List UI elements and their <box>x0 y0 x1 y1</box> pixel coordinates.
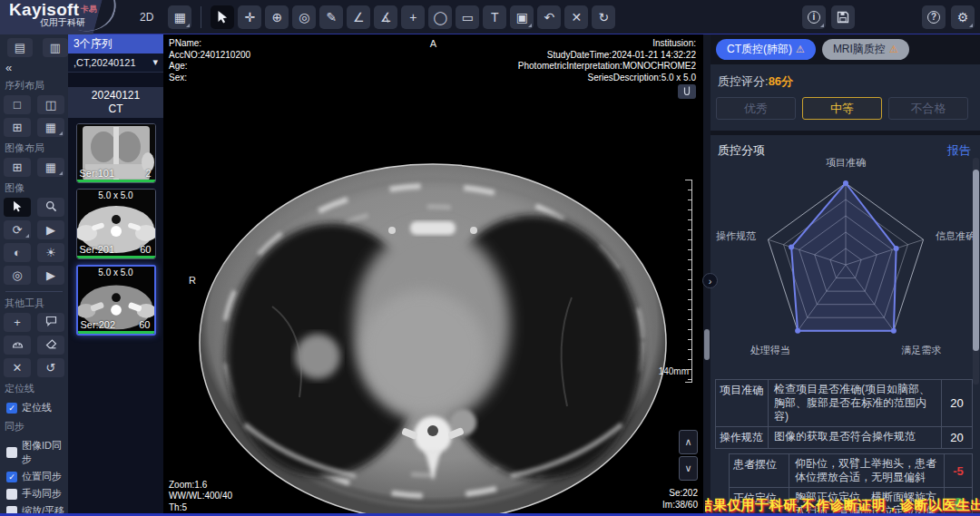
ellipse-roi-tool-button[interactable]: ◯ <box>428 5 452 29</box>
layout-3x3-button[interactable]: ▦ <box>37 118 64 137</box>
reset-view-button[interactable]: ↻ <box>592 5 615 29</box>
flip-icon: ▶ <box>46 223 55 237</box>
panel-scrollbar-thumb[interactable] <box>973 170 979 351</box>
tab-ct-lung-qc[interactable]: CT质控(肺部) ⚠ <box>716 39 816 60</box>
scroll-up-button[interactable]: ∧ <box>679 430 698 454</box>
thumbnail-series-201[interactable]: 5.0 x 5.0 Ser:201 60 <box>76 189 156 259</box>
study-info-overlay: Institusion: StudyDateTime:2024-01-21 14… <box>518 38 696 83</box>
layout-2x2-button[interactable]: ⊞ <box>4 118 31 137</box>
load-progress-bar <box>77 180 155 182</box>
save-button[interactable] <box>831 5 855 29</box>
series-description: 5.0 x 5.0 <box>78 268 154 277</box>
help-button[interactable]: ? <box>922 5 946 29</box>
contrast-icon: ◐ <box>14 246 21 259</box>
zoom-in-tool-button[interactable]: ⊕ <box>265 5 289 29</box>
cine-play-button[interactable]: ▶ <box>37 266 64 285</box>
research-only-note: 仅用于科研 <box>40 16 136 29</box>
image-count: 60 <box>139 319 150 330</box>
panel-toggle-button[interactable]: ▥ <box>43 38 68 57</box>
delete-annotation-button[interactable]: ✕ <box>564 5 588 29</box>
brightness-tool-button[interactable]: ☀ <box>37 243 64 262</box>
checkbox-checked-icon: ✓ <box>6 472 17 482</box>
tab-mri-brain-qc[interactable]: MRI脑质控 ⚠ <box>822 39 909 60</box>
ct-axial-image <box>163 34 703 516</box>
reset-icon: ↻ <box>598 10 609 24</box>
point-marker-tool-button[interactable]: + <box>401 5 425 29</box>
series-image-overlay: Se:202 Im:38/60 <box>662 488 698 511</box>
image-layout-2x2-button[interactable]: ⊞ <box>4 158 31 177</box>
checkbox-icon <box>6 489 17 500</box>
undo-button[interactable]: ↶ <box>537 5 561 29</box>
ai-tool-button[interactable] <box>4 336 31 355</box>
checkbox-localizer-line[interactable]: ✓定位线 <box>0 398 68 415</box>
series-browser-button[interactable]: ▤ <box>7 38 33 57</box>
slice-scroll-buttons: ∧ ∨ <box>679 430 698 481</box>
x-icon: ✕ <box>13 361 23 375</box>
collapse-sidebar-button[interactable]: « <box>0 57 68 74</box>
checkbox-manual-sync[interactable]: 手动同步 <box>0 484 68 501</box>
magnifier-tool-button[interactable] <box>37 198 64 217</box>
rotate-tool-button[interactable]: ⟳ <box>4 220 31 239</box>
checkbox-position-sync[interactable]: ✓位置同步 <box>0 467 68 484</box>
layout-3x3-icon: ▦ <box>45 121 56 134</box>
qc-score-line: 质控评分:86分 <box>710 64 980 90</box>
tool-group: ▦ ✛ ⊕ ◎ ✎ ∠ ∡ + ◯ ▭ T ▣ ↶ ✕ ↻ <box>168 5 615 29</box>
svg-text:处理得当: 处理得当 <box>750 345 790 355</box>
checkbox-checked-icon: ✓ <box>6 403 17 414</box>
comment-tool-button[interactable] <box>37 313 64 332</box>
eraser-tool-button[interactable] <box>37 336 64 355</box>
length-measure-tool-button[interactable]: ✎ <box>319 5 343 29</box>
image-layout-3x3-button[interactable]: ▦ <box>37 158 64 177</box>
pan-tool-button[interactable]: ✛ <box>238 5 261 29</box>
panel-scrollbar-track[interactable] <box>973 158 979 385</box>
thumbnail-series-202-selected[interactable]: 5.0 x 5.0 Ser:202 60 <box>76 265 156 336</box>
rect-roi-tool-button[interactable]: ▭ <box>456 5 479 29</box>
brightness-icon: ☀ <box>45 246 56 259</box>
ct-viewport[interactable]: PName: AccNO:2401210200 Age: Sex: Instit… <box>163 34 703 516</box>
series-select-dropdown[interactable]: ,CT,20240121 ▾ <box>68 54 163 73</box>
crosshair-tool-button[interactable]: + <box>4 313 31 332</box>
attachment-button[interactable] <box>678 84 696 99</box>
magnifier-icon <box>45 200 57 215</box>
cursor-tool-button[interactable] <box>211 5 234 29</box>
flip-tool-button[interactable]: ▶ <box>37 220 64 239</box>
text-annotation-tool-button[interactable]: T <box>483 5 506 29</box>
checkbox-zoom-pan-sync[interactable]: 缩放/平移 <box>0 501 68 516</box>
panel-expand-handle[interactable]: › <box>702 273 718 288</box>
checkbox-image-id-sync[interactable]: 图像ID同步 <box>0 436 68 467</box>
viewport-scrollbar-thumb[interactable] <box>704 329 710 360</box>
invert-tool-button[interactable]: ◐ <box>4 243 31 262</box>
orientation-anterior: A <box>430 38 436 49</box>
warning-icon: ⚠ <box>796 44 805 55</box>
reset-tool-button[interactable]: ↺ <box>37 358 64 377</box>
grade-fail-button[interactable]: 不合格 <box>888 97 968 120</box>
grade-medium-button[interactable]: 中等 <box>802 97 882 120</box>
cursor-tool-sidebar-button[interactable] <box>4 198 31 217</box>
reset-icon: ↺ <box>46 361 56 375</box>
chevron-right-icon: › <box>709 276 712 287</box>
window-preset-button[interactable]: ◎ <box>4 266 31 285</box>
grid-3x3-icon: ▦ <box>45 161 56 174</box>
delete-tool-button[interactable]: ✕ <box>4 358 31 377</box>
tool-sidebar: ▤ ▥ « 序列布局 □ ◫ ⊞ ▦ 图像布局 ⊞ ▦ 图像 ⟳ ▶ ◐ ☀ ◎… <box>0 34 68 516</box>
layout-2d-button[interactable]: ▦ <box>168 5 191 29</box>
rectangle-icon: ▭ <box>462 10 474 24</box>
layout-1x1-button[interactable]: □ <box>4 95 31 114</box>
layout-1x2-button[interactable]: ◫ <box>37 95 64 114</box>
grade-excellent-button[interactable]: 优秀 <box>716 97 796 120</box>
window-level-tool-button[interactable]: ◎ <box>292 5 316 29</box>
scroll-down-button[interactable]: ∨ <box>679 456 698 481</box>
thumbnail-series-101[interactable]: Ser:101 2 <box>76 123 156 183</box>
paperclip-icon <box>682 83 691 100</box>
section-sync: 同步 <box>0 415 68 436</box>
settings-button[interactable]: ⚙ <box>951 5 975 29</box>
research-disclaimer-marquee: 结果仅用于科研,不作诊断证明，诊断以医生出具的诊断 <box>705 497 980 513</box>
svg-text:信息准确: 信息准确 <box>936 230 975 241</box>
grade-buttons: 优秀 中等 不合格 <box>710 90 980 120</box>
angle-measure-tool-button[interactable]: ∠ <box>347 5 370 29</box>
image-layout-tool-button[interactable]: ▣ <box>510 5 534 29</box>
window-level-icon: ◎ <box>299 10 309 24</box>
cobb-angle-tool-button[interactable]: ∡ <box>374 5 397 29</box>
grid-icon: ▣ <box>516 10 528 24</box>
info-button[interactable]: i <box>802 5 826 29</box>
